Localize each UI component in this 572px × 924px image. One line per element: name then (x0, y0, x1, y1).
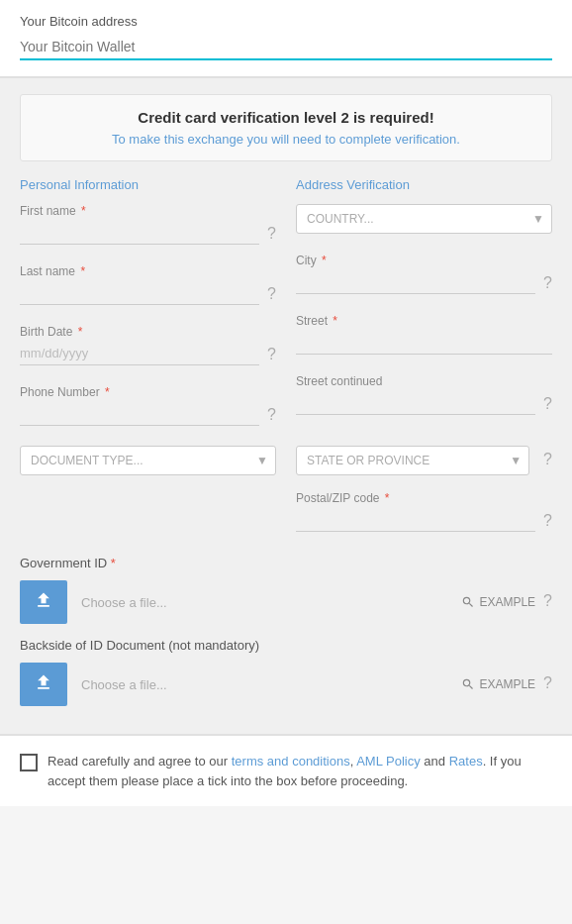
birthdate-help-icon[interactable]: ? (267, 346, 276, 363)
city-label: City * (296, 254, 535, 267)
gov-id-file-label: Choose a file... (81, 595, 461, 610)
street-continued-label: Street continued (296, 374, 535, 388)
birthdate-row: Birth Date * ? (20, 325, 276, 365)
firstname-wrap: First name * (20, 204, 259, 245)
gov-id-section: Government ID * Choose a file... EXAMPLE… (20, 556, 552, 624)
street-input[interactable] (296, 331, 552, 355)
bitcoin-label: Your Bitcoin address (20, 14, 552, 29)
city-row: City * ? (296, 254, 552, 294)
alert-title: Credit card verification level 2 is requ… (37, 109, 535, 126)
postal-label: Postal/ZIP code * (296, 491, 535, 505)
doc-type-select[interactable]: DOCUMENT TYPE... Passport Driver License… (20, 446, 276, 475)
lastname-label: Last name * (20, 264, 259, 278)
firstname-label: First name * (20, 204, 259, 218)
state-select[interactable]: STATE OR PROVINCE (296, 446, 529, 475)
phone-wrap: Phone Number * (20, 385, 259, 426)
country-select[interactable]: COUNTRY... (296, 204, 552, 234)
city-wrap: City * (296, 254, 535, 294)
backside-help-icon[interactable]: ? (543, 674, 552, 692)
city-help-icon[interactable]: ? (543, 274, 552, 292)
empty-left (20, 491, 276, 548)
verification-card: Credit card verification level 2 is requ… (0, 78, 572, 734)
backside-file-row: Choose a file... EXAMPLE ? (20, 663, 552, 706)
address-section-title: Address Verification (296, 177, 552, 192)
backside-example-link[interactable]: EXAMPLE (461, 677, 535, 691)
doc-type-select-wrap: DOCUMENT TYPE... Passport Driver License… (20, 446, 276, 475)
state-col: STATE OR PROVINCE ▼ ? (296, 446, 552, 475)
street-label: Street * (296, 314, 552, 328)
postal-row: Postal/ZIP code * ? (296, 491, 552, 532)
upload-icon-2 (34, 672, 53, 692)
gov-id-upload-button[interactable] (20, 580, 67, 624)
gov-id-example-link[interactable]: EXAMPLE (461, 595, 535, 609)
postal-input[interactable] (296, 508, 535, 532)
street-wrap: Street * (296, 314, 552, 355)
form-sections: Personal Information First name * ? Last… (20, 177, 552, 446)
bitcoin-section: Your Bitcoin address (0, 0, 572, 77)
backside-upload-button[interactable] (20, 663, 67, 706)
backside-file-label: Choose a file... (81, 677, 461, 692)
personal-info-col: Personal Information First name * ? Last… (20, 177, 276, 446)
agree-checkbox[interactable] (20, 754, 38, 771)
alert-subtitle: To make this exchange you will need to c… (37, 132, 535, 147)
lastname-row: Last name * ? (20, 264, 276, 305)
phone-label: Phone Number * (20, 385, 259, 399)
terms-link[interactable]: terms and conditions (232, 754, 350, 769)
country-row: COUNTRY... ▼ (296, 204, 552, 234)
rates-link[interactable]: Rates (449, 754, 483, 769)
firstname-input[interactable] (20, 221, 259, 245)
aml-link[interactable]: AML Policy (356, 754, 421, 769)
birthdate-input[interactable] (20, 342, 259, 365)
alert-box: Credit card verification level 2 is requ… (20, 94, 552, 161)
address-col: Address Verification COUNTRY... ▼ City * (296, 177, 552, 446)
gov-id-help-icon[interactable]: ? (543, 592, 552, 610)
lastname-wrap: Last name * (20, 264, 259, 305)
bitcoin-input[interactable] (20, 35, 552, 60)
phone-input[interactable] (20, 402, 259, 426)
search-icon (461, 595, 475, 609)
firstname-row: First name * ? (20, 204, 276, 245)
postal-help-icon[interactable]: ? (543, 512, 552, 530)
street-continued-row: Street continued ? (296, 374, 552, 415)
firstname-help-icon[interactable]: ? (267, 225, 276, 243)
street-continued-wrap: Street continued (296, 374, 535, 415)
state-select-wrap: STATE OR PROVINCE ▼ (296, 446, 529, 475)
dropdowns-row: DOCUMENT TYPE... Passport Driver License… (20, 446, 552, 475)
street-continued-input[interactable] (296, 391, 535, 415)
street-continued-help-icon[interactable]: ? (543, 395, 552, 413)
backside-title: Backside of ID Document (not mandatory) (20, 638, 552, 653)
agree-section: Read carefully and agree to our terms an… (0, 735, 572, 806)
phone-row: Phone Number * ? (20, 385, 276, 426)
agree-text: Read carefully and agree to our terms an… (48, 752, 552, 790)
state-help-icon[interactable]: ? (543, 451, 552, 468)
personal-section-title: Personal Information (20, 177, 276, 192)
doc-type-col: DOCUMENT TYPE... Passport Driver License… (20, 446, 276, 475)
postal-section-row: Postal/ZIP code * ? (20, 491, 552, 548)
birthdate-label: Birth Date * (20, 325, 259, 339)
birthdate-wrap: Birth Date * (20, 325, 259, 365)
phone-help-icon[interactable]: ? (267, 406, 276, 424)
gov-id-title: Government ID * (20, 556, 552, 570)
street-row: Street * (296, 314, 552, 355)
lastname-help-icon[interactable]: ? (267, 285, 276, 303)
postal-wrap: Postal/ZIP code * (296, 491, 535, 532)
city-input[interactable] (296, 270, 535, 294)
search-icon-2 (461, 677, 475, 691)
lastname-input[interactable] (20, 281, 259, 305)
country-select-wrap: COUNTRY... ▼ (296, 204, 552, 234)
gov-id-file-row: Choose a file... EXAMPLE ? (20, 580, 552, 624)
backside-section: Backside of ID Document (not mandatory) … (20, 638, 552, 706)
upload-icon (34, 590, 53, 610)
